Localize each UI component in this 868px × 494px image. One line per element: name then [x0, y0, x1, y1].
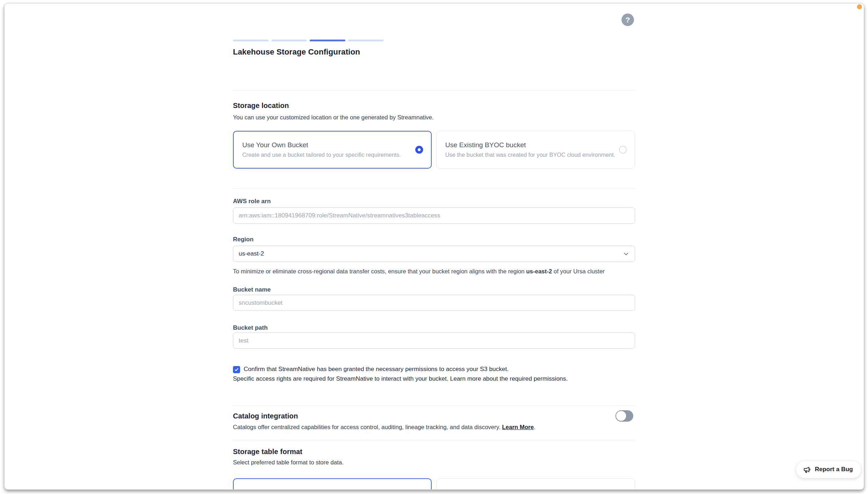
- helper-suffix: of your Ursa cluster: [552, 268, 605, 274]
- region-helper-text: To minimize or eliminate cross-regional …: [233, 268, 605, 275]
- bucket-name-label: Bucket name: [233, 286, 271, 293]
- divider: [233, 91, 635, 91]
- catalog-integration-toggle-off[interactable]: [615, 410, 633, 422]
- option-card-description: Use the bucket that was created for your…: [445, 152, 619, 158]
- radio-unselected-icon[interactable]: [619, 146, 627, 154]
- help-button[interactable]: ?: [621, 14, 634, 26]
- region-selected-value: us-east-2: [239, 250, 264, 257]
- bucket-path-label: Bucket path: [233, 324, 268, 331]
- confirmation-checkbox-checked[interactable]: [233, 366, 240, 373]
- chevron-down-icon: [623, 251, 629, 257]
- storage-location-description: You can use your customized location or …: [233, 114, 434, 121]
- table-format-option-card[interactable]: [436, 478, 635, 490]
- table-format-option-card-selected[interactable]: [233, 478, 432, 490]
- option-card-title: Use Existing BYOC bucket: [445, 141, 619, 149]
- confirmation-label: Confirm that StreamNative has been grant…: [244, 366, 509, 373]
- learn-more-link[interactable]: Learn More: [502, 424, 534, 430]
- toggle-knob: [616, 411, 626, 421]
- progress-step-3-active: [310, 40, 345, 41]
- divider: [233, 188, 635, 189]
- permissions-confirmation-row: Confirm that StreamNative has been grant…: [233, 366, 509, 373]
- option-card-title: Use Your Own Bucket: [242, 141, 415, 149]
- radio-selected-icon[interactable]: [415, 146, 423, 154]
- notification-dot: [857, 4, 862, 9]
- option-card-description: Create and use a bucket tailored to your…: [242, 152, 415, 158]
- divider: [233, 440, 635, 440]
- bucket-path-input[interactable]: [233, 333, 635, 349]
- helper-region-bold: us-east-2: [526, 268, 552, 274]
- catalog-description-period: .: [534, 424, 535, 430]
- lakehouse-storage-configuration-page: ? Lakehouse Storage Configuration Storag…: [0, 0, 868, 494]
- region-label: Region: [233, 236, 254, 243]
- check-icon: [234, 367, 239, 372]
- progress-step-4: [348, 40, 384, 41]
- question-mark-icon: ?: [625, 16, 630, 24]
- page-title: Lakehouse Storage Configuration: [233, 47, 360, 57]
- catalog-integration-heading: Catalog integration: [233, 412, 298, 420]
- storage-table-format-heading: Storage table format: [233, 448, 302, 456]
- catalog-integration-description: Catalogs offer centralized capabilities …: [233, 424, 535, 431]
- report-a-bug-label: Report a Bug: [815, 466, 853, 473]
- option-card-use-your-own-bucket[interactable]: Use Your Own Bucket Create and use a buc…: [233, 131, 432, 169]
- bucket-name-input[interactable]: [233, 295, 635, 311]
- region-select[interactable]: us-east-2: [233, 246, 635, 262]
- divider: [233, 405, 635, 406]
- confirmation-note: Specific access rights are required for …: [233, 375, 568, 382]
- megaphone-icon: [803, 465, 811, 474]
- aws-role-arn-input[interactable]: [233, 207, 635, 224]
- catalog-description-text: Catalogs offer centralized capabilities …: [233, 424, 502, 430]
- report-a-bug-button[interactable]: Report a Bug: [796, 460, 861, 478]
- progress-step-2: [271, 40, 307, 41]
- storage-location-heading: Storage location: [233, 102, 289, 110]
- storage-table-format-description: Select preferred table format to store d…: [233, 459, 344, 466]
- option-card-use-existing-byoc-bucket[interactable]: Use Existing BYOC bucket Use the bucket …: [436, 131, 635, 169]
- progress-step-1: [233, 40, 269, 41]
- helper-prefix: To minimize or eliminate cross-regional …: [233, 268, 526, 274]
- wizard-progress-bar: [233, 40, 384, 41]
- main-panel: ? Lakehouse Storage Configuration Storag…: [4, 3, 864, 490]
- aws-role-arn-label: AWS role arn: [233, 198, 271, 205]
